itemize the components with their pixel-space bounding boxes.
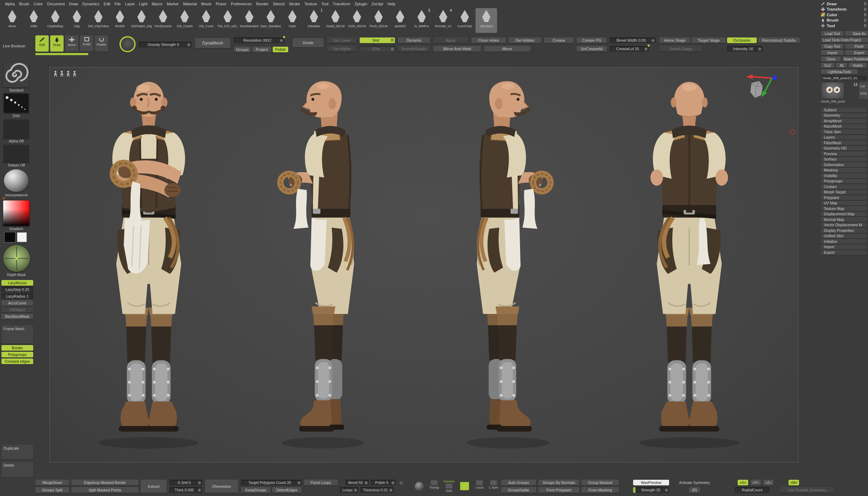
uncrease-all-button[interactable]: UnCreaseAll: [577, 46, 607, 52]
palette-scroll-handle[interactable]: [864, 19, 867, 22]
texture-slot[interactable]: [4, 145, 29, 163]
keep-groups-button[interactable]: KeepGroups: [241, 487, 271, 493]
color-picker[interactable]: [3, 200, 30, 226]
sdiv-slider[interactable]: SDiv: [360, 46, 395, 52]
draw-size-slider[interactable]: [35, 53, 88, 55]
solo-toggle[interactable]: DynamicSolo: [442, 479, 456, 495]
tool-list-partial[interactable]: Cyli Simp: [859, 82, 868, 99]
subpalette-item[interactable]: Morph Target: [821, 190, 867, 195]
live-boolean-label[interactable]: Live Boolean: [3, 44, 25, 48]
palette-scroll-handle[interactable]: [864, 2, 867, 5]
menu-item[interactable]: Layer: [123, 2, 137, 6]
tool-list-item[interactable]: Simp: [860, 90, 867, 97]
brush-button[interactable]: DamStandard: [238, 8, 260, 33]
save-as-button[interactable]: Save As: [845, 31, 868, 36]
symmetry-z-toggle[interactable]: >Z<: [763, 480, 774, 485]
current-brush-thumbnail[interactable]: [4, 62, 29, 87]
brush-button[interactable]: Move: [1, 8, 23, 33]
close-holes-button[interactable]: Close Holes: [471, 37, 506, 43]
export-button[interactable]: Export: [845, 50, 868, 55]
r-toggle[interactable]: (R): [689, 487, 700, 493]
menu-item[interactable]: Edit: [101, 2, 112, 6]
detect-edges-button[interactable]: DetectEdges: [272, 487, 302, 493]
groups-split-button[interactable]: Groups Split: [35, 487, 69, 493]
palette-header[interactable]: Tool: [821, 23, 867, 29]
subpalette-item[interactable]: Visibility: [821, 173, 867, 178]
menu-item[interactable]: Dynamics: [80, 2, 101, 6]
thick-slider[interactable]: Thick 0.005: [170, 487, 202, 493]
copy-tool-button[interactable]: Copy Tool: [821, 44, 844, 49]
switch-stage-button[interactable]: Switch Stage: [659, 46, 702, 52]
menu-item[interactable]: Document: [45, 2, 67, 6]
local-toggle[interactable]: Local: [473, 479, 486, 495]
brush-button[interactable]: Inflat: [23, 8, 45, 33]
brush-button[interactable]: 1 ZModeler: [303, 8, 325, 33]
menu-item[interactable]: Stroke: [287, 2, 302, 6]
duplicate-button[interactable]: Duplicate: [1, 445, 33, 460]
subpalette-item[interactable]: Preview: [821, 151, 867, 156]
goz-all-button[interactable]: All: [836, 63, 847, 68]
from-polypaint-button[interactable]: From Polypaint: [538, 487, 579, 493]
crease-button[interactable]: Crease: [544, 37, 574, 43]
s-smt-slider[interactable]: S Smt 5: [170, 480, 202, 485]
use-posable-symmetry-button[interactable]: Use Posable Symmetry: [780, 487, 834, 493]
split-masked-points-button[interactable]: Split Masked Points: [71, 487, 138, 493]
brush-button[interactable]: OrbFlatten_Edge: [131, 8, 152, 33]
brush-button[interactable]: 5 IS_IMMFur: [411, 8, 432, 33]
subpalette-item[interactable]: Normal Map: [821, 217, 867, 222]
subpalette-item[interactable]: FiberMesh: [821, 140, 867, 145]
loops-slider[interactable]: Loops: [340, 487, 358, 493]
polish-mode-dot-toggle[interactable]: [399, 481, 403, 485]
load-tools-from-project-button[interactable]: Load Tools From Project: [821, 37, 868, 42]
frame-toggle[interactable]: Creased edges: [1, 358, 33, 364]
brush-button[interactable]: Dam_Standard_C: [260, 8, 282, 33]
menu-item[interactable]: File: [112, 2, 123, 6]
occlusion-toggle[interactable]: Occlusion: [727, 37, 757, 43]
symmetry-m-toggle[interactable]: >M<: [789, 480, 799, 485]
menu-item[interactable]: Draw: [67, 2, 80, 6]
left-panel-button[interactable]: BackfaceMask: [1, 314, 33, 319]
resolution-slider[interactable]: Resolution 3912: [234, 37, 284, 43]
frame-toggle[interactable]: Border: [1, 345, 33, 351]
subpalette-item[interactable]: Layers: [821, 135, 867, 140]
dynamesh-button[interactable]: DynaMesh: [195, 38, 230, 48]
zremesher-button[interactable]: ZRemesher: [205, 480, 238, 493]
divide-button[interactable]: Divide: [293, 38, 324, 47]
alpha-slot[interactable]: [4, 119, 29, 139]
brush-button[interactable]: Paint: [282, 8, 303, 33]
group-masked-button[interactable]: Group Masked: [581, 480, 619, 485]
brush-button[interactable]: Orb_Cracks: [174, 8, 195, 33]
paint-select-toggle[interactable]: [458, 479, 471, 495]
groups-by-normals-button[interactable]: Groups By Normals: [538, 480, 579, 485]
panel-loops-button[interactable]: Panel Loops: [304, 480, 338, 485]
group-visible-button[interactable]: GroupVisible: [501, 487, 536, 493]
subpalette-item[interactable]: Display Properties: [821, 228, 867, 233]
subpalette-item[interactable]: Thick Skin: [821, 129, 867, 134]
groups-button[interactable]: Groups: [234, 47, 251, 52]
crease-lvl-slider[interactable]: CreaseLvl 15: [610, 46, 649, 52]
dynamic-button[interactable]: Dynamic: [398, 37, 430, 43]
radial-count-slider[interactable]: RadialCount: [735, 487, 769, 493]
menu-item[interactable]: Help: [385, 2, 398, 6]
menu-item[interactable]: Tool: [319, 2, 331, 6]
brush-button[interactable]: The_GIO_soft_for: [217, 8, 238, 33]
rotate-mode-button[interactable]: Rotate: [95, 35, 108, 52]
left-panel-button[interactable]: FillObject: [1, 307, 33, 313]
subpalette-item[interactable]: UV Map: [821, 201, 867, 206]
left-panel-button[interactable]: LazyRadius 1: [1, 293, 33, 299]
subpalette-item[interactable]: Deformation: [821, 162, 867, 167]
edgeloop-masked-border-button[interactable]: Edgeloop Masked Border: [71, 480, 138, 485]
smt-slider[interactable]: Smt: [360, 37, 395, 43]
paste-tool-button[interactable]: Paste: [845, 44, 868, 49]
polish-slider[interactable]: Polish 5: [371, 480, 396, 485]
subpalette-item[interactable]: Export: [821, 250, 867, 255]
del-higher-button[interactable]: Del Higher: [327, 46, 357, 52]
left-panel-button[interactable]: LazyMouse: [1, 280, 33, 286]
brush-button[interactable]: Cloth_SDCW: [346, 8, 368, 33]
subpalette-item[interactable]: Polygroups: [821, 179, 867, 184]
subpalette-item[interactable]: Unified Skin: [821, 234, 867, 239]
current-tool-name[interactable]: Hoste_008_pose13_01,: [821, 76, 867, 80]
menu-item[interactable]: Zplugin: [352, 2, 369, 6]
move-mode-button[interactable]: Move: [65, 35, 78, 52]
menu-item[interactable]: Stencil: [271, 2, 287, 6]
